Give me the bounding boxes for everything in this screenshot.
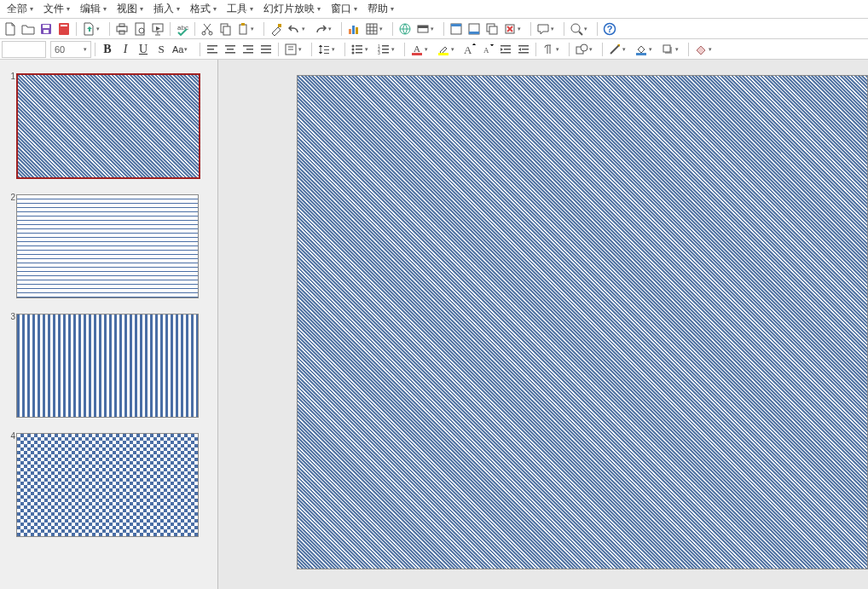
line-style-icon[interactable]: ▾ [606, 41, 632, 58]
align-right-icon[interactable] [240, 41, 257, 58]
separator [344, 43, 345, 56]
menu-view[interactable]: 视图▾ [112, 0, 148, 18]
thumb-number: 3 [10, 312, 15, 418]
insert-field-icon[interactable]: ▾ [414, 20, 440, 38]
numbered-list-icon[interactable]: 123▾ [375, 41, 401, 58]
slide-thumb-1[interactable]: 1 [10, 73, 207, 179]
fill-color-icon[interactable]: ▾ [633, 41, 658, 58]
help-icon[interactable]: ? [601, 20, 618, 38]
vertical-align-icon[interactable]: ▾ [282, 41, 308, 58]
menu-insert[interactable]: 插入▾ [148, 0, 185, 18]
export-pdf-icon[interactable] [55, 20, 72, 38]
svg-rect-71 [501, 52, 511, 54]
insert-header-icon[interactable] [448, 20, 465, 38]
svg-rect-39 [225, 45, 235, 47]
svg-point-33 [571, 24, 580, 32]
text-direction-icon[interactable]: ▾ [540, 41, 565, 58]
bold-button[interactable]: B [99, 41, 116, 58]
svg-rect-31 [489, 26, 497, 34]
open-icon[interactable] [20, 20, 37, 38]
thumb-preview[interactable] [16, 314, 199, 418]
underline-button[interactable]: U [135, 41, 152, 58]
insert-chart-icon[interactable] [345, 20, 362, 38]
insert-table-icon[interactable]: ▾ [363, 20, 389, 38]
print-preview-icon[interactable] [131, 20, 148, 38]
slide-thumb-4[interactable]: 4 [10, 433, 207, 537]
menu-format[interactable]: 格式▾ [185, 0, 222, 18]
separator [564, 22, 564, 36]
menu-edit[interactable]: 编辑▾ [75, 0, 112, 18]
svg-rect-18 [278, 24, 281, 27]
save-icon[interactable] [38, 20, 55, 38]
menu-help[interactable]: 帮助▾ [362, 0, 399, 18]
svg-rect-49 [324, 46, 329, 47]
align-justify-icon[interactable] [258, 41, 275, 58]
thumb-preview[interactable] [16, 194, 199, 298]
character-case-button[interactable]: Aa▾ [171, 41, 196, 58]
menu-window[interactable]: 窗口▾ [326, 0, 362, 18]
slide-thumb-3[interactable]: 3 [10, 314, 207, 418]
spellcheck-icon[interactable]: abc [174, 20, 191, 38]
svg-rect-61 [382, 45, 389, 47]
italic-button[interactable]: I [117, 41, 134, 58]
insert-comment-icon[interactable]: ▾ [535, 20, 560, 38]
font-name-combo[interactable] [2, 41, 46, 58]
align-center-icon[interactable] [222, 41, 239, 58]
cut-icon[interactable] [199, 20, 216, 38]
start-slideshow-icon[interactable] [149, 20, 166, 38]
bullet-list-icon[interactable]: ▾ [349, 41, 374, 58]
increase-indent-icon[interactable] [497, 41, 514, 58]
insert-footer-icon[interactable] [466, 20, 483, 38]
svg-rect-55 [356, 45, 362, 47]
delete-slide-icon[interactable]: ▾ [501, 20, 527, 38]
separator [311, 43, 312, 56]
clear-formatting-icon[interactable]: ▾ [692, 41, 718, 58]
svg-rect-66 [438, 53, 448, 55]
svg-rect-2 [43, 30, 49, 33]
duplicate-slide-icon[interactable] [483, 20, 501, 38]
slide-canvas[interactable] [297, 75, 868, 569]
svg-rect-45 [261, 45, 271, 47]
highlight-color-icon[interactable]: ▾ [435, 41, 460, 58]
zoom-icon[interactable]: ▾ [568, 20, 593, 38]
font-grow-icon[interactable]: A [461, 41, 478, 58]
separator [109, 22, 110, 36]
font-size-combo[interactable]: 60▾ [50, 41, 91, 58]
svg-rect-1 [43, 25, 49, 28]
separator [278, 43, 279, 56]
strikethrough-button[interactable]: S [153, 41, 170, 58]
thumb-preview[interactable] [16, 73, 200, 179]
insert-hyperlink-icon[interactable] [396, 20, 414, 38]
svg-point-53 [352, 48, 355, 50]
menu-slideshow[interactable]: 幻灯片放映▾ [258, 0, 326, 18]
svg-rect-36 [207, 45, 217, 47]
insert-shape-icon[interactable]: ▾ [573, 41, 599, 58]
separator [263, 22, 264, 36]
menu-all[interactable]: 全部▾ [2, 0, 38, 18]
menu-tools[interactable]: 工具▾ [222, 0, 258, 18]
thumb-preview[interactable] [16, 433, 199, 537]
line-spacing-icon[interactable]: ▾ [315, 41, 341, 58]
decrease-indent-icon[interactable] [515, 41, 532, 58]
copy-icon[interactable] [217, 20, 234, 38]
export-dropdown-icon[interactable]: ▾ [80, 20, 106, 38]
slide-thumb-2[interactable]: 2 [10, 194, 207, 298]
svg-rect-56 [356, 49, 362, 50]
svg-rect-15 [223, 26, 230, 35]
undo-icon[interactable]: ▾ [286, 20, 311, 38]
svg-point-76 [581, 44, 587, 51]
svg-rect-20 [352, 26, 355, 34]
font-color-icon[interactable]: A▾ [408, 41, 434, 58]
menu-file[interactable]: 文件▾ [38, 0, 75, 18]
new-doc-icon[interactable] [2, 20, 19, 38]
align-left-icon[interactable] [204, 41, 221, 58]
svg-rect-41 [225, 52, 235, 54]
format-paintbrush-icon[interactable] [268, 20, 285, 38]
font-shrink-icon[interactable]: A [479, 41, 496, 58]
shadow-icon[interactable]: ▾ [659, 41, 685, 58]
separator [200, 43, 200, 56]
paste-icon[interactable]: ▾ [234, 20, 260, 38]
menu-bar: 全部▾ 文件▾ 编辑▾ 视图▾ 插入▾ 格式▾ 工具▾ 幻灯片放映▾ 窗口▾ 帮… [0, 0, 868, 19]
print-icon[interactable] [113, 20, 130, 38]
redo-icon[interactable]: ▾ [312, 20, 338, 38]
